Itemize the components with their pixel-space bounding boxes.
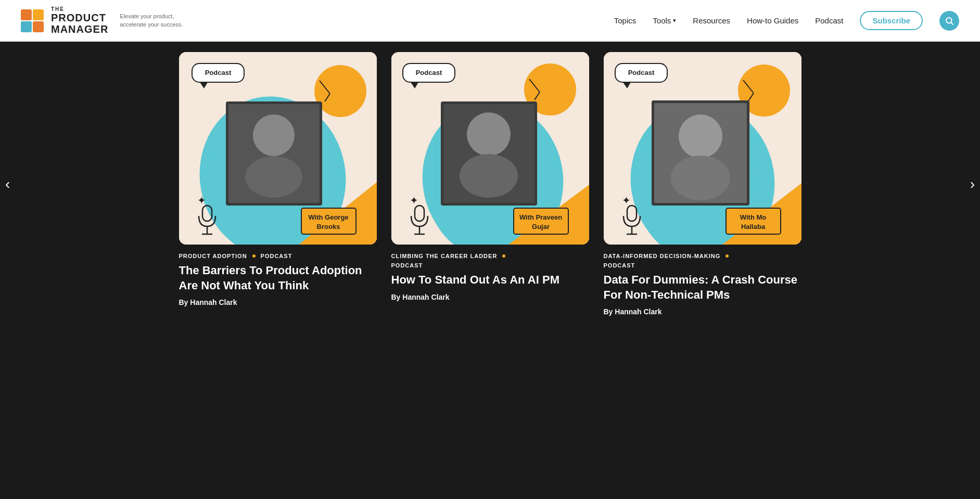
podcast-card-2[interactable]: Podcast ✦ With Praveen Gujar CLIMBING TH… <box>391 52 589 316</box>
card-author-1: By Hannah Clark <box>179 298 377 306</box>
svg-point-32 <box>467 112 511 156</box>
svg-point-11 <box>253 114 295 156</box>
logo-sq-4 <box>33 21 44 32</box>
logo-area: THE PRODUCT MANAGER Elevate your product… <box>21 6 183 35</box>
podcast-card-1[interactable]: Podcast ✦ With George Brooks <box>179 52 377 316</box>
logo-manager: MANAGER <box>51 23 108 35</box>
nav-topics[interactable]: Topics <box>614 16 637 25</box>
svg-text:With Mo: With Mo <box>740 213 766 221</box>
card-subtitle-row-2: PODCAST <box>391 262 589 268</box>
svg-text:✦: ✦ <box>410 195 418 206</box>
meta-dot-3 <box>726 254 729 258</box>
card-title-3: Data For Dummies: A Crash Course For Non… <box>604 273 801 302</box>
card-image-2: Podcast ✦ With Praveen Gujar <box>391 52 589 245</box>
card-illustration-1: Podcast ✦ With George Brooks <box>179 52 377 245</box>
card-meta-3: DATA-INFORMED DECISION-MAKING <box>604 253 801 259</box>
svg-point-54 <box>671 156 730 200</box>
logo-sq-3 <box>21 21 32 32</box>
logo-sq-2 <box>33 9 44 20</box>
card-image-1: Podcast ✦ With George Brooks <box>179 52 377 245</box>
main-content: ‹ <box>0 42 980 347</box>
svg-text:✦: ✦ <box>197 195 206 206</box>
card-author-3: By Hannah Clark <box>604 308 801 316</box>
svg-text:With George: With George <box>308 213 348 221</box>
logo-the: THE <box>51 6 108 12</box>
card-subtitle-row-3: PODCAST <box>604 262 801 268</box>
carousel-prev-button[interactable]: ‹ <box>0 171 15 198</box>
svg-text:Brooks: Brooks <box>316 223 340 231</box>
logo-mark <box>21 9 44 32</box>
svg-point-0 <box>946 18 952 23</box>
card-image-3: Podcast ✦ With Mo Hallaba <box>604 52 801 245</box>
card-type-1: PODCAST <box>261 253 292 259</box>
card-illustration-3: Podcast ✦ With Mo Hallaba <box>604 52 801 245</box>
chevron-down-icon: ▾ <box>673 17 676 24</box>
svg-text:Hallaba: Hallaba <box>741 223 765 231</box>
card-subtitle-2: PODCAST <box>391 262 423 268</box>
logo-sq-1 <box>21 9 32 20</box>
card-category-3: DATA-INFORMED DECISION-MAKING <box>604 253 721 259</box>
nav-resources[interactable]: Resources <box>693 16 730 25</box>
main-nav: Topics Tools ▾ Resources How-to Guides P… <box>614 11 959 31</box>
meta-dot-1 <box>252 254 256 258</box>
subscribe-button[interactable]: Subscribe <box>860 11 923 30</box>
svg-point-33 <box>460 154 518 198</box>
card-category-1: PRODUCT ADOPTION <box>179 253 247 259</box>
svg-point-12 <box>245 156 302 198</box>
svg-text:✦: ✦ <box>622 195 631 206</box>
meta-dot-2 <box>502 254 505 258</box>
nav-tools[interactable]: Tools ▾ <box>653 16 676 25</box>
nav-podcast[interactable]: Podcast <box>815 16 843 25</box>
site-header: THE PRODUCT MANAGER Elevate your product… <box>0 0 980 42</box>
podcast-carousel: ‹ <box>0 52 980 316</box>
search-button[interactable] <box>939 11 959 31</box>
svg-point-53 <box>679 114 722 158</box>
cards-container: Podcast ✦ With George Brooks <box>31 52 949 316</box>
card-category-2: CLIMBING THE CAREER LADDER <box>391 253 498 259</box>
svg-text:Podcast: Podcast <box>205 69 231 76</box>
svg-text:Podcast: Podcast <box>415 69 442 76</box>
carousel-next-button[interactable]: › <box>965 171 980 198</box>
svg-text:Gujar: Gujar <box>532 223 550 231</box>
card-author-2: By Hannah Clark <box>391 293 589 301</box>
logo-tagline: Elevate your product,accelerate your suc… <box>120 12 183 29</box>
svg-line-1 <box>951 22 953 24</box>
card-meta-1: PRODUCT ADOPTION PODCAST <box>179 253 377 259</box>
logo-text: THE PRODUCT MANAGER <box>51 6 108 35</box>
svg-text:Podcast: Podcast <box>628 69 654 76</box>
nav-howto[interactable]: How-to Guides <box>747 16 798 25</box>
podcast-card-3[interactable]: Podcast ✦ With Mo Hallaba DATA-INFORMED … <box>604 52 801 316</box>
card-illustration-2: Podcast ✦ With Praveen Gujar <box>391 52 589 245</box>
card-subtitle-3: PODCAST <box>604 262 635 268</box>
logo-product: PRODUCT <box>51 12 108 23</box>
svg-text:With Praveen: With Praveen <box>519 213 562 221</box>
search-icon <box>945 16 954 25</box>
card-meta-2: CLIMBING THE CAREER LADDER <box>391 253 589 259</box>
card-title-2: How To Stand Out As An AI PM <box>391 273 589 288</box>
card-title-1: The Barriers To Product Adoption Are Not… <box>179 263 377 293</box>
